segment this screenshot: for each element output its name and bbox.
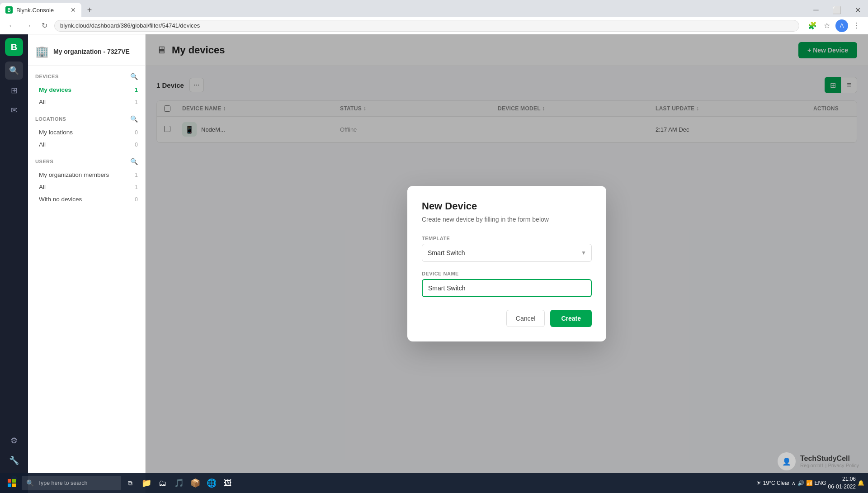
device-name-label: DEVICE NAME	[422, 271, 592, 276]
sidebar-item-no-devices[interactable]: With no devices 0	[28, 193, 145, 205]
users-search-icon[interactable]: 🔍	[130, 158, 138, 165]
template-select[interactable]: Smart Switch	[422, 244, 592, 262]
my-devices-count: 1	[135, 87, 138, 93]
taskbar-date-text: 06-01-2022	[828, 483, 856, 491]
main-content: 🖥 My devices + New Device 1 Device ··· ⊞…	[146, 34, 868, 493]
forward-button[interactable]: →	[22, 19, 34, 32]
taskbar-speaker-icon[interactable]: 🔊	[797, 480, 804, 486]
taskbar-clock: 21:06 06-01-2022	[828, 475, 856, 491]
taskbar-search[interactable]: 🔍 Type here to search	[22, 476, 121, 490]
watermark-info: TechStudyCell Region:bl1 | Privacy Polic…	[800, 455, 859, 468]
all-devices-label: All	[39, 99, 46, 105]
address-bar[interactable]: blynk.cloud/dashboard/386/global/filter/…	[54, 20, 799, 32]
locations-search-icon[interactable]: 🔍	[130, 115, 138, 123]
my-locations-count: 0	[135, 129, 138, 136]
taskbar-chevron: ∧	[792, 480, 796, 486]
extensions-icon[interactable]: 🧩	[807, 20, 818, 32]
sidebar-item-all-devices[interactable]: All 1	[28, 96, 145, 108]
users-section-label: USERS	[35, 159, 53, 164]
sidebar-item-all-locations[interactable]: All 0	[28, 138, 145, 151]
all-users-count: 1	[135, 184, 138, 190]
app-logo[interactable]: B	[5, 38, 23, 56]
sidebar-item-all-users[interactable]: All 1	[28, 181, 145, 193]
new-tab-button[interactable]: +	[83, 4, 96, 16]
devices-section-label: DEVICES	[35, 74, 59, 79]
sidebar-send-icon[interactable]: ✉	[5, 101, 23, 119]
svg-rect-1	[12, 479, 16, 483]
taskbar-notification-icon[interactable]: 🔔	[858, 480, 864, 486]
taskbar-search-icon: 🔍	[26, 479, 34, 487]
my-locations-label: My locations	[39, 129, 73, 136]
file-explorer-button[interactable]: 📁	[139, 476, 154, 490]
modal-subtitle: Create new device by filling in the form…	[422, 216, 592, 223]
tab-label: Blynk.Console	[16, 7, 54, 14]
org-name: My organization - 7327VE	[53, 48, 130, 55]
watermark-region: Region:bl1 | Privacy Policy	[800, 463, 859, 468]
sidebar-item-my-locations[interactable]: My locations 0	[28, 126, 145, 138]
locations-section-label: LOCATIONS	[35, 116, 66, 122]
bookmark-icon[interactable]: ☆	[821, 20, 833, 32]
watermark: 👤 TechStudyCell Region:bl1 | Privacy Pol…	[778, 452, 859, 470]
create-button[interactable]: Create	[550, 310, 592, 327]
taskbar-lang: ENG	[815, 480, 826, 486]
svg-rect-3	[12, 484, 16, 487]
template-select-wrapper: Smart Switch ▼	[422, 244, 592, 262]
devices-search-icon[interactable]: 🔍	[130, 73, 138, 80]
modal-footer: Cancel Create	[422, 310, 592, 327]
devices-section-header: DEVICES 🔍	[28, 66, 145, 84]
taskbar-system-tray: ☀ 19°C Clear ∧ 🔊 📶 ENG 21:06 06-01-2022 …	[756, 475, 864, 491]
org-header[interactable]: 🏢 My organization - 7327VE	[28, 42, 145, 66]
taskbar-temp: 19°C Clear	[763, 480, 790, 486]
browser-tab[interactable]: B Blynk.Console ✕	[0, 3, 81, 17]
menu-icon[interactable]: ⋮	[851, 20, 863, 32]
taskbar-search-placeholder: Type here to search	[38, 480, 87, 486]
tab-favicon: B	[5, 6, 13, 14]
my-devices-label: My devices	[39, 86, 71, 93]
no-devices-label: With no devices	[39, 196, 82, 203]
minimize-button[interactable]: ─	[806, 1, 826, 19]
back-button[interactable]: ←	[5, 19, 18, 32]
modal-backdrop: New Device Create new device by filling …	[146, 34, 868, 493]
task-view-button[interactable]: ⧉	[123, 476, 137, 490]
taskbar-app2-button[interactable]: 📦	[188, 476, 203, 490]
no-devices-count: 0	[135, 196, 138, 203]
taskbar-time-text: 21:06	[828, 475, 856, 483]
tab-close-button[interactable]: ✕	[71, 6, 76, 14]
watermark-avatar: 👤	[778, 452, 796, 470]
locations-section-header: LOCATIONS 🔍	[28, 108, 145, 126]
sidebar-settings-bottom-icon[interactable]: ⚙	[5, 431, 23, 450]
close-window-button[interactable]: ✕	[847, 1, 868, 19]
taskbar-photos-button[interactable]: 🖼	[221, 476, 235, 490]
cancel-button[interactable]: Cancel	[506, 310, 545, 327]
taskbar-network-icon[interactable]: 📶	[806, 480, 813, 486]
svg-rect-0	[8, 479, 11, 483]
refresh-button[interactable]: ↻	[38, 19, 51, 32]
new-device-modal: New Device Create new device by filling …	[407, 186, 606, 341]
start-button[interactable]	[4, 475, 20, 491]
url-text: blynk.cloud/dashboard/386/global/filter/…	[60, 22, 200, 29]
taskbar-app1-button[interactable]: 🎵	[172, 476, 186, 490]
org-icon: 🏢	[35, 45, 49, 58]
svg-rect-2	[8, 484, 11, 487]
sidebar-item-org-members[interactable]: My organization members 1	[28, 169, 145, 181]
sidebar-item-my-devices[interactable]: My devices 1	[28, 84, 145, 96]
modal-title: New Device	[422, 200, 592, 212]
taskbar-weather: ☀	[756, 480, 761, 486]
profile-icon[interactable]: A	[835, 19, 848, 32]
sidebar: B 🔍 ⊞ ✉ ⚙ 🔧 👤	[0, 34, 28, 493]
device-name-input[interactable]	[422, 279, 592, 297]
taskbar-chrome-button[interactable]: 🌐	[204, 476, 219, 490]
org-members-label: My organization members	[39, 171, 109, 178]
all-locations-count: 0	[135, 142, 138, 148]
users-section-header: USERS 🔍	[28, 151, 145, 169]
watermark-channel: TechStudyCell	[800, 455, 859, 463]
left-panel: 🏢 My organization - 7327VE DEVICES 🔍 My …	[28, 34, 146, 493]
sidebar-grid-icon[interactable]: ⊞	[5, 81, 23, 100]
sidebar-gear-icon[interactable]: 🔧	[5, 451, 23, 469]
sidebar-search-icon[interactable]: 🔍	[5, 62, 23, 80]
restore-button[interactable]: ⬜	[826, 1, 847, 19]
taskbar-folder-button[interactable]: 🗂	[156, 476, 170, 490]
all-devices-count: 1	[135, 99, 138, 105]
all-users-label: All	[39, 184, 46, 190]
org-members-count: 1	[135, 172, 138, 178]
